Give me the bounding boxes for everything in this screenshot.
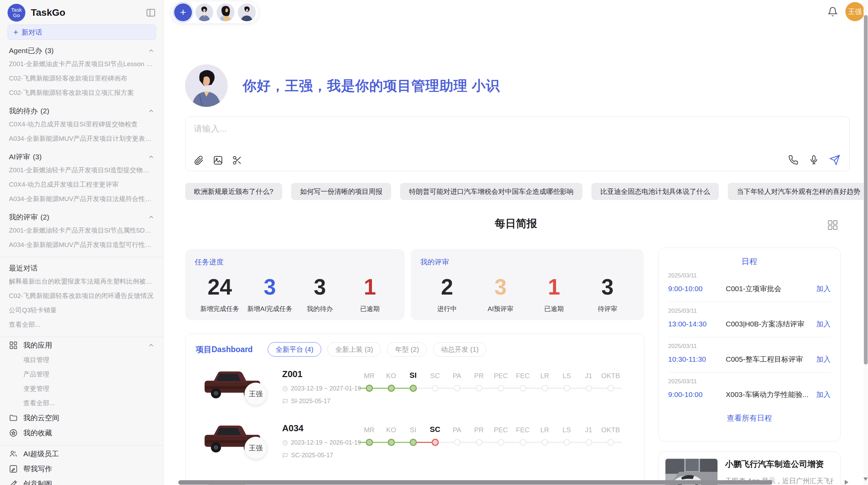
milestone-dot [564,385,570,391]
sidebar-item[interactable]: C0X4-动力总成开发项目SI里程碑提交物检查 [0,117,164,132]
sidebar-item-creative-draw[interactable]: 创意制图 [0,476,164,485]
recent-chat-item[interactable]: C02-飞腾新能源轻客改款项目的闭环通告反馈情况 [0,289,164,303]
view-all-schedule-link[interactable]: 查看所有日程 [659,408,840,429]
join-button[interactable]: 加入 [816,284,831,294]
sidebar-item[interactable]: C0X4-动力总成开发项目工程变更评审 [0,177,164,192]
sidebar-item-favorites[interactable]: 我的收藏 [0,425,164,440]
dashboard-tab[interactable]: 动总开发 (1) [433,342,486,357]
user-avatar[interactable]: 王强 [845,2,865,21]
milestone-label: MR [364,369,374,380]
stat-label: 进行中 [420,304,474,313]
send-icon[interactable] [829,154,840,165]
suggestion-chips: 欧洲新规最近颁布了什么?如何写一份清晰的项目周报特朗普可能对进口汽车增税会对中国… [185,183,868,200]
sidebar-section-header[interactable]: 我的评审(2) [0,211,164,223]
app-screen: Task Go TaskGo + 新对话 Agent已办(3)Z001-全新燃油… [0,0,868,485]
recent-chat-item[interactable]: 解释最新出台的欧盟报废车法规再生塑料比例被调至15%... [0,274,164,289]
divider [0,257,164,257]
agent-avatar[interactable] [195,3,213,21]
sidebar-item[interactable]: C02-飞腾新能源轻客改款项目立项汇报方案 [0,86,164,100]
milestone-label: OKTB [601,369,620,380]
suggestion-chip[interactable]: 如何写一份清晰的项目周报 [291,183,391,200]
sidebar-item[interactable]: Z001-全新燃油轻卡产品开发项目SI节点属性5D文件评审 [0,223,164,238]
horizontal-scrollbar-thumb[interactable] [178,480,772,485]
milestone-label: J1 [585,423,592,434]
scroll-right-arrow[interactable] [845,480,848,485]
suggestion-chip[interactable]: 当下年轻人对汽车外观有怎样的喜好趋势 [728,183,868,200]
sidebar-item[interactable]: A034-全新新能源MUV产品开发项目造型可行性评审 [0,238,164,252]
milestone-dot [366,439,373,446]
dashboard-tab[interactable]: 全新平台 (4) [268,342,321,357]
recent-chat-item[interactable]: 公司Q3轻卡销量 [0,303,164,318]
sidebar-item[interactable]: C02-飞腾新能源轻客改款项目里程碑画布 [0,71,164,86]
clock-icon [282,386,288,392]
sidebar-collapse-icon[interactable] [146,8,156,18]
my-apps-view-all[interactable]: 查看全部... [0,396,164,410]
scissors-icon[interactable] [232,155,242,165]
stat-value: 24 [195,275,245,299]
suggestion-chip[interactable]: 欧洲新规最近颁布了什么? [185,183,282,200]
sidebar-section-header[interactable]: AI评审(3) [0,151,164,163]
event-time: 10:30-11:30 [668,355,726,363]
project-info: Z001 2023-12-19 ~ 2027-01-19 SI-2025-05-… [282,369,361,405]
dashboard-tab[interactable]: 全新上装 (3) [327,342,381,357]
sidebar-item-cloud-space[interactable]: 我的云空间 [0,410,164,425]
write-icon [9,464,18,473]
join-button[interactable]: 加入 [816,355,831,364]
milestone-label: PA [453,369,461,380]
scroll-down-arrow[interactable] [864,477,868,481]
project-row[interactable]: 王强 A034 2023-12-19 ~ 2026-01-19 SC-2025-… [204,422,637,474]
stat-metric: 24新增完成任务 [195,275,245,313]
milestone-label: PR [474,369,484,380]
new-chat-button[interactable]: + 新对话 [8,25,156,40]
mic-icon[interactable] [809,155,819,165]
apps-grid-icon [9,341,18,350]
notification-bell-icon[interactable] [828,7,838,17]
project-row[interactable]: 王强 Z001 2023-12-19 ~ 2027-01-19 SI-2025-… [204,368,637,420]
milestone: MR [358,423,380,446]
suggestion-chip[interactable]: 比亚迪全固态电池计划具体说了什么 [591,183,719,200]
sidebar-item-ai-employee[interactable]: AI超级员工 [0,446,164,461]
add-agent-button[interactable]: + [174,3,192,21]
briefing-title: 每日简报 [164,216,868,231]
recent-view-all[interactable]: 查看全部... [0,318,164,332]
milestone-dot [498,385,504,391]
vertical-scrollbar-thumb[interactable] [864,15,868,364]
paperclip-icon[interactable] [194,155,204,165]
milestone: PR [468,423,490,446]
sidebar-sections: Agent已办(3)Z001-全新燃油皮卡产品开发项目SI节点Lesson Le… [0,45,164,252]
milestone-label: LS [563,369,571,380]
sidebar-item[interactable]: Z001-全新燃油轻卡产品开发项目SI造型提交物评审 [0,163,164,177]
my-apps-subitem[interactable]: 变更管理 [0,382,164,396]
sidebar-item-my-apps[interactable]: 我的应用 [0,338,164,353]
agent-avatar[interactable] [238,3,256,21]
agent-avatar[interactable] [217,3,234,21]
flag-icon [282,398,288,405]
sidebar-item[interactable]: A034-全新新能源MUV产品开发项目计划变更表编写 [0,132,164,146]
chat-input[interactable] [193,122,742,145]
project-owner-badge: 王强 [244,437,267,459]
schedule-events: 2025/03/119:00-10:00C001-立项审批会加入2025/03/… [659,267,840,408]
event-title: C005-整车工程目标评审 [726,355,812,364]
join-button[interactable]: 加入 [816,319,831,329]
phone-icon[interactable] [788,155,798,165]
star-badge-icon [9,428,18,437]
dashboard-tab[interactable]: 年型 (2) [387,342,427,357]
sidebar-item[interactable]: Z001-全新燃油皮卡产品开发项目SI节点Lesson Learn报告 [0,57,164,71]
sidebar-section-header[interactable]: Agent已办(3) [0,45,164,57]
image-icon[interactable] [213,155,223,165]
my-apps-subitem[interactable]: 产品管理 [0,367,164,382]
suggestion-chip[interactable]: 特朗普可能对进口汽车增税会对中国车企造成哪些影响 [400,183,582,200]
layout-grid-icon[interactable] [827,219,839,231]
join-button[interactable]: 加入 [816,390,831,399]
my-apps-subitem[interactable]: 项目管理 [0,353,164,367]
sidebar-item-help-write[interactable]: 帮我写作 [0,461,164,476]
stat-value: 3 [295,275,345,299]
milestone-label: SI [410,423,417,434]
stat-label: 待评审 [581,304,634,313]
sidebar-item[interactable]: A034-全新新能源MUV产品开发项目法规符合性评审 [0,192,164,206]
chevron-up-icon [148,108,155,114]
divider [0,445,164,446]
agent-avatars-pill: + [171,1,259,24]
sidebar-section-header[interactable]: 我的待办(2) [0,105,164,117]
milestone: OKTB [600,423,622,446]
